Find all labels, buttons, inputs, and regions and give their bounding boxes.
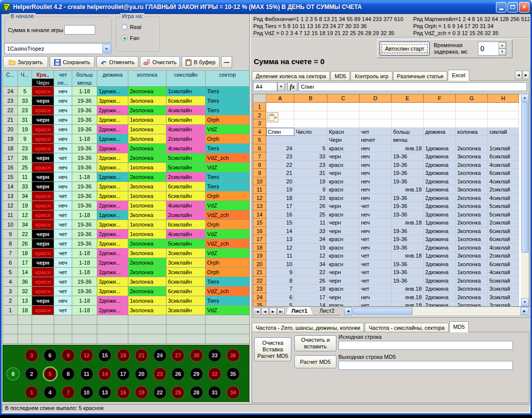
spinner-up-icon[interactable]: ▲	[498, 42, 506, 49]
excel-cell-E1[interactable]	[392, 103, 424, 111]
excel-cell-D18[interactable]: неч	[360, 244, 392, 252]
excel-cell-D9[interactable]: неч	[360, 169, 392, 177]
excel-cell-B19[interactable]: 12	[294, 252, 327, 260]
excel-cell-F8[interactable]: 2дюжина	[424, 161, 456, 169]
md5-output-input[interactable]	[338, 361, 513, 370]
history-row[interactable]: 1726чернчет19-363дюжи...2колонка5сиклайн…	[3, 153, 249, 163]
excel-cell-D10[interactable]: неч	[360, 177, 392, 186]
excel-cell-G14[interactable]: 1колонка	[456, 211, 488, 219]
excel-cell-F11[interactable]: 1дюжина	[424, 185, 456, 194]
excel-cell-E19[interactable]: янв.18	[392, 252, 424, 260]
excel-cell-D25[interactable]: чет	[360, 301, 392, 306]
excel-cell-F20[interactable]: 3дюжина	[424, 260, 456, 269]
radio-real[interactable]: Real	[121, 24, 141, 30]
excel-cell-B20[interactable]: 34	[294, 260, 327, 269]
excel-cell-F22[interactable]: 3дюжина	[424, 277, 456, 285]
excel-cell-C7[interactable]: черн	[327, 152, 360, 161]
excel-cell-D23[interactable]: чет	[360, 285, 392, 293]
excel-cell-E23[interactable]: янв.18	[392, 285, 424, 293]
history-row[interactable]: 718краснчет1-182дюжи...3колонка3сиклайнV…	[3, 249, 249, 258]
excel-cell-G1[interactable]	[456, 103, 488, 111]
history-row[interactable]: 1334краснчет19-363дюжи...1колонка6сиклай…	[3, 191, 249, 201]
excel-cell-G16[interactable]: 3колонка	[456, 227, 488, 236]
sheet-tab-list1[interactable]: Лист1	[286, 307, 313, 315]
tab-excel[interactable]: Excel	[448, 70, 469, 81]
roulette-number-8[interactable]: 8	[62, 367, 75, 380]
excel-row-header-23[interactable]: 23	[253, 285, 266, 293]
excel-cell-D5[interactable]: нечет	[360, 136, 392, 144]
excel-cell-D3[interactable]	[360, 119, 392, 128]
sheet-next-icon[interactable]: ▶	[269, 308, 277, 315]
history-row[interactable]: 1219красннеч19-362дюжи...1колонка4сиклай…	[3, 201, 249, 211]
excel-cell-B21[interactable]: 22	[294, 268, 327, 277]
scroll-up-icon[interactable]: ▲	[521, 94, 529, 102]
excel-cell-G8[interactable]: 2колонка	[456, 161, 488, 169]
excel-cell-G13[interactable]: 2колонка	[456, 202, 488, 211]
cell-name-box[interactable]: A4	[253, 82, 277, 91]
history-row[interactable]: 213черннеч1-182дюжи...1колонка3сиклайнTi…	[3, 296, 249, 306]
roulette-number-33[interactable]: 33	[208, 349, 221, 362]
excel-row-header-5[interactable]: 5	[253, 136, 266, 144]
excel-cell-E4[interactable]: больш	[392, 128, 424, 136]
excel-cell-F14[interactable]: 3дюжина	[424, 211, 456, 219]
excel-cell-A5[interactable]	[266, 136, 294, 144]
excel-cell-E17[interactable]: 19-36	[392, 235, 424, 244]
delay-value-input[interactable]	[478, 42, 498, 55]
history-row[interactable]: 2333черннеч19-363дюжи...3колонка6сиклайн…	[3, 96, 249, 106]
chevron-down-icon[interactable]: ▼	[102, 44, 111, 53]
excel-cell-G4[interactable]: колонка	[456, 128, 488, 136]
excel-cell-E14[interactable]: 19-36	[392, 211, 424, 219]
excel-row-header-4[interactable]: 4	[253, 128, 266, 136]
start-sum-input[interactable]	[64, 25, 95, 35]
excel-cell-F9[interactable]: 3дюжина	[424, 169, 456, 177]
excel-cell-E22[interactable]: 19-36	[392, 277, 424, 285]
excel-cell-A14[interactable]: 16	[266, 211, 294, 219]
excel-row-header-1[interactable]: 1	[253, 103, 266, 111]
sheet-prev-icon[interactable]: ◀	[261, 308, 269, 315]
excel-cell-F21[interactable]: 2дюжина	[424, 268, 456, 277]
history-row[interactable]: 199красннеч1-181дюжи...3колонка2сиклайнO…	[3, 134, 249, 144]
scroll-right-icon[interactable]: ▶	[520, 307, 528, 315]
excel-cell-C25[interactable]: красн	[327, 301, 360, 306]
excel-cell-A20[interactable]: 10	[266, 260, 294, 269]
excel-row-header-17[interactable]: 17	[253, 235, 266, 244]
roulette-number-21[interactable]: 21	[135, 349, 148, 362]
excel-cell-E8[interactable]: 19-36	[392, 161, 424, 169]
excel-cell-E3[interactable]	[392, 119, 424, 128]
excel-cell-C19[interactable]: красн	[327, 252, 360, 260]
excel-column-header-A[interactable]: A	[266, 94, 294, 103]
excel-cell-A7[interactable]: 23	[266, 152, 294, 161]
minimize-button[interactable]	[496, 2, 506, 13]
excel-cell-C3[interactable]	[327, 119, 360, 128]
excel-column-header-B[interactable]: B	[294, 94, 327, 103]
excel-cell-A1[interactable]	[266, 103, 294, 111]
excel-cell-F25[interactable]: 2дюжина	[424, 301, 456, 306]
excel-cell-D17[interactable]: чет	[360, 235, 392, 244]
history-row[interactable]: 118краснчет1-182дюжи...3колонка3сиклайнV…	[3, 306, 249, 315]
excel-cell-E25[interactable]: янв.18	[392, 301, 424, 306]
excel-row-header-18[interactable]: 18	[253, 244, 266, 252]
delay-spinner[interactable]: ▲ ▼	[478, 42, 506, 56]
excel-row-header-14[interactable]: 14	[253, 211, 266, 219]
excel-cell-H13[interactable]: 5сиклай	[488, 202, 519, 211]
md5-calc-button[interactable]: Расчет MD5	[294, 355, 336, 368]
excel-cell-E16[interactable]: 19-36	[392, 227, 424, 236]
excel-cell-F3[interactable]	[424, 119, 456, 128]
tab-md5-bottom[interactable]: MD5	[449, 321, 469, 332]
excel-cell-D12[interactable]: неч	[360, 194, 392, 202]
excel-cell-B8[interactable]: 23	[294, 161, 327, 169]
excel-cell-A18[interactable]: 12	[266, 244, 294, 252]
md5-clear-paste-calc-button[interactable]: Очистка Вставка Расчет MD5	[254, 337, 291, 361]
roulette-number-28[interactable]: 28	[190, 386, 203, 399]
excel-row-header-3[interactable]: 3	[253, 119, 266, 128]
roulette-number-30[interactable]: 30	[190, 349, 203, 362]
excel-cell-G17[interactable]: 1колонка	[456, 235, 488, 244]
history-row[interactable]: 2131черннеч19-363дюжи...1колонка6сиклайн…	[3, 115, 249, 125]
excel-cell-B12[interactable]: 23	[294, 194, 327, 202]
excel-cell-H14[interactable]: 5сиклай	[488, 211, 519, 219]
excel-cell-H2[interactable]	[488, 111, 519, 120]
excel-cell-E18[interactable]: 19-36	[392, 244, 424, 252]
excel-cell-C17[interactable]: красн	[327, 235, 360, 244]
excel-cell-A21[interactable]: 9	[266, 268, 294, 277]
excel-cell-B16[interactable]: 33	[294, 227, 327, 236]
